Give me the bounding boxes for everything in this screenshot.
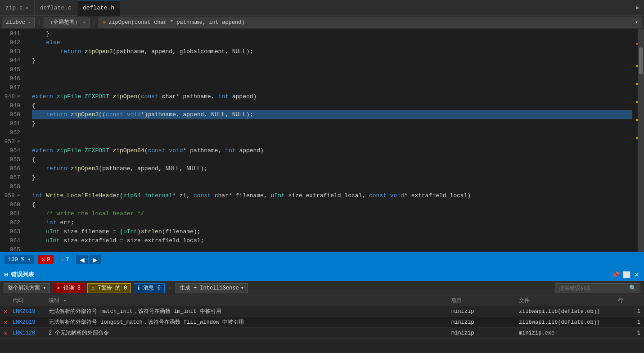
scope-label: （全局范围） xyxy=(48,18,80,26)
project-dropdown[interactable]: zlibvc ▾ xyxy=(2,18,35,27)
panel-title-actions: 📌 ⬜ ✕ xyxy=(612,271,639,278)
warnings-filter-button[interactable]: ⚠ 7警告 的 0 xyxy=(87,283,131,293)
col-desc-header: 说明 ▾ xyxy=(49,297,451,304)
minimap xyxy=(632,29,638,252)
intellisense-arrow: ▾ xyxy=(241,285,244,291)
error-row-project: minizip xyxy=(451,330,519,336)
scrollbar-thumb[interactable] xyxy=(639,47,643,74)
errors-filter-button[interactable]: ✕ 错误 3 xyxy=(53,283,85,293)
info-filter-label: ℹ 消息 0 xyxy=(138,284,161,292)
errors-filter-label: ✕ 错误 3 xyxy=(57,284,81,292)
warning-count: 7 xyxy=(66,257,69,263)
error-row[interactable]: ✕ LNK2019 无法解析的外部符号 match_init，该符号在函数 lm… xyxy=(0,306,644,317)
error-scope-label: 整个解决方案 xyxy=(8,284,40,292)
nav-separator: | xyxy=(37,19,41,26)
error-search-box[interactable]: 🔍 xyxy=(555,283,640,293)
minimap-warning-4 xyxy=(636,119,638,121)
minimap-warning-2 xyxy=(636,83,638,85)
project-name: zlibvc xyxy=(6,19,25,26)
error-row-file: zlibwapi.lib(deflate.obj) xyxy=(519,319,618,326)
col-line-header: 行 xyxy=(618,297,640,304)
warning-icon: ⚠ xyxy=(61,256,64,263)
error-row-project: minizip xyxy=(451,319,519,326)
error-panel-title-bar: ⊟ 错误列表 📌 ⬜ ✕ xyxy=(0,268,644,281)
func-label: zipOpen(const char * pathname, int appen… xyxy=(108,19,244,26)
error-row-line: 1 xyxy=(618,308,640,315)
zoom-label: 100 % xyxy=(8,257,24,263)
error-row[interactable]: ✕ LNK2019 无法解析的外部符号 longest_match，该符号在函数… xyxy=(0,317,644,328)
search-icon[interactable]: 🔍 xyxy=(629,285,636,292)
error-row-code: LNK1120 xyxy=(13,330,49,336)
error-row-code: LNK2019 xyxy=(13,308,49,315)
panel-close-button[interactable]: ✕ xyxy=(634,271,639,278)
editor-area: 941942943944945946947948 ⊟94995095195295… xyxy=(0,29,644,252)
error-panel-icon: ⊟ xyxy=(5,271,8,278)
tab-deflate-c-label: deflate.c xyxy=(40,5,72,11)
error-row-icon: ✕ xyxy=(4,318,13,326)
error-row-line: 1 xyxy=(618,319,640,326)
minimap-warning-5 xyxy=(636,137,638,139)
tab-zip-c[interactable]: zip.c ✕ xyxy=(0,0,35,16)
nav-arrows: ◀ ▶ xyxy=(76,255,101,264)
error-row-code: LNK2019 xyxy=(13,319,49,326)
error-row-icon: ✕ xyxy=(4,308,13,315)
func-icon: ⊕ xyxy=(103,19,106,26)
error-x-icon: ✕ xyxy=(41,256,45,263)
tab-deflate-h[interactable]: deflate.h xyxy=(77,0,120,16)
func-dropdown-arrow: ▾ xyxy=(635,19,638,26)
info-filter-button[interactable]: ℹ 消息 0 xyxy=(134,283,165,293)
filter-sep: ✕ xyxy=(168,285,172,292)
error-row[interactable]: ✕ LNK1120 2 个无法解析的外部命令 minizip minizip.e… xyxy=(0,328,644,339)
error-count-button[interactable]: ✕ 0 xyxy=(38,255,53,264)
intellisense-button[interactable]: 生成 + IntelliSense ▾ xyxy=(176,283,248,293)
tab-zip-c-label: zip.c xyxy=(5,5,23,11)
col-code-header: 代码 xyxy=(13,297,49,304)
scope-dropdown[interactable]: （全局范围） ▾ xyxy=(44,18,90,27)
nav-bar: zlibvc ▾ | （全局范围） ▾ | ⊕ zipOpen(const ch… xyxy=(0,16,644,29)
error-panel: ⊟ 错误列表 📌 ⬜ ✕ 整个解决方案 ▾ ✕ 错误 3 ⚠ 7警告 的 0 ℹ… xyxy=(0,267,644,353)
panel-float-button[interactable]: ⬜ xyxy=(623,271,630,278)
tab-bar: zip.c ✕ deflate.c deflate.h ▶ xyxy=(0,0,644,16)
error-row-icon: ✕ xyxy=(4,329,13,337)
error-scope-arrow: ▾ xyxy=(43,285,46,291)
tab-deflate-c[interactable]: deflate.c xyxy=(35,0,77,16)
error-table[interactable]: 代码 说明 ▾ 项目 文件 行 ✕ LNK2019 无法解析的外部符号 matc… xyxy=(0,295,644,353)
warnings-filter-label: ⚠ 7警告 的 0 xyxy=(91,284,127,292)
project-dropdown-arrow: ▾ xyxy=(28,20,31,25)
col-file-header: 文件 xyxy=(519,297,618,304)
error-table-header: 代码 说明 ▾ 项目 文件 行 xyxy=(0,295,644,306)
tab-zip-c-close[interactable]: ✕ xyxy=(26,5,29,11)
warning-count-button[interactable]: ⚠ 7 xyxy=(57,255,72,264)
line-numbers: 941942943944945946947948 ⊟94995095195295… xyxy=(0,29,25,252)
tab-overflow-button[interactable]: ▶ xyxy=(631,4,644,11)
col-project-header: 项目 xyxy=(451,297,519,304)
nav-next-button[interactable]: ▶ xyxy=(89,255,101,264)
vertical-scrollbar[interactable] xyxy=(638,29,644,252)
zoom-level[interactable]: 100 % ▾ xyxy=(5,255,34,264)
error-panel-title: 错误列表 xyxy=(11,271,34,279)
minimap-warning-1 xyxy=(636,65,638,67)
nav-prev-button[interactable]: ◀ xyxy=(76,255,88,264)
minimap-error-1 xyxy=(636,43,638,45)
error-row-project: minizip xyxy=(451,308,519,315)
error-toolbar: 整个解决方案 ▾ ✕ 错误 3 ⚠ 7警告 的 0 ℹ 消息 0 ✕ 生成 + … xyxy=(0,281,644,295)
zoom-arrow: ▾ xyxy=(27,257,31,263)
panel-pin-button[interactable]: 📌 xyxy=(612,271,619,278)
error-count: 0 xyxy=(47,257,50,263)
code-content[interactable]: } else return zipOpen3(pathname, append,… xyxy=(27,29,632,252)
intellisense-label: 生成 + IntelliSense xyxy=(180,284,239,292)
error-search-input[interactable] xyxy=(559,285,626,291)
error-rows: ✕ LNK2019 无法解析的外部符号 match_init，该符号在函数 lm… xyxy=(0,306,644,339)
error-row-file: minizip.exe xyxy=(519,330,618,336)
tab-deflate-h-label: deflate.h xyxy=(83,5,114,11)
error-row-file: zlibwapi.lib(deflate.obj) xyxy=(519,308,618,315)
error-scope-dropdown[interactable]: 整个解决方案 ▾ xyxy=(4,283,50,293)
status-bar: 100 % ▾ ✕ 0 ⚠ 7 ◀ ▶ xyxy=(0,252,644,267)
func-dropdown[interactable]: ⊕ zipOpen(const char * pathname, int app… xyxy=(99,18,642,27)
error-row-line: 1 xyxy=(618,330,640,336)
error-row-desc: 无法解析的外部符号 longest_match，该符号在函数 fill_wind… xyxy=(49,318,451,326)
nav-separator-2: | xyxy=(92,19,96,26)
scope-dropdown-arrow: ▾ xyxy=(83,20,86,25)
error-row-desc: 2 个无法解析的外部命令 xyxy=(49,329,451,337)
minimap-warning-3 xyxy=(636,101,638,103)
